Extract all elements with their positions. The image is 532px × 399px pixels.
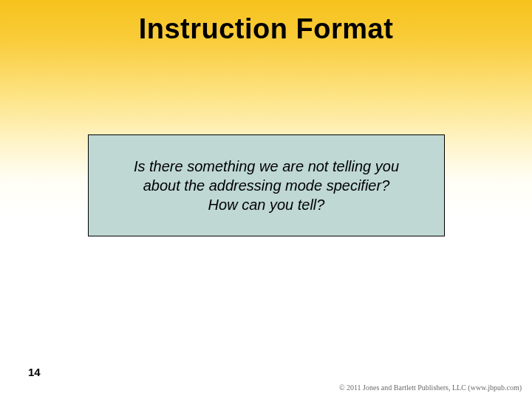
callout-line-2: about the addressing mode specifier? [143, 177, 390, 194]
slide: Instruction Format Is there something we… [0, 0, 532, 399]
page-number: 14 [28, 366, 41, 378]
callout-text: Is there something we are not telling yo… [134, 157, 399, 214]
callout-box: Is there something we are not telling yo… [88, 134, 445, 236]
callout-line-3: How can you tell? [208, 197, 325, 213]
slide-title: Instruction Format [0, 13, 532, 45]
copyright-text: © 2011 Jones and Bartlett Publishers, LL… [339, 383, 522, 392]
callout-line-1: Is there something we are not telling yo… [134, 158, 399, 174]
